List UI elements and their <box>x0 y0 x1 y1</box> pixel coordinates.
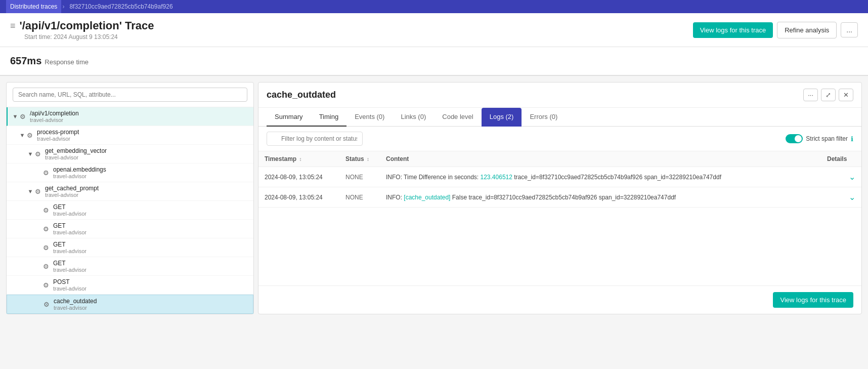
panel-close-button[interactable]: ✕ <box>839 89 853 101</box>
log-expand-2[interactable]: ⌄ <box>821 187 861 208</box>
tree-container: ▼ ⚙ /api/v1/completion travel-advisor ▼ … <box>7 107 253 314</box>
left-panel: ▼ ⚙ /api/v1/completion travel-advisor ▼ … <box>6 82 254 314</box>
breadcrumb-distributed-traces[interactable]: Distributed traces <box>6 0 61 13</box>
tree-item-get-3[interactable]: ⚙ GET travel-advisor <box>7 238 253 257</box>
tab-timing[interactable]: Timing <box>311 108 347 127</box>
log-table-container: Timestamp ↕ Status ↕ Content Details 202… <box>258 151 861 285</box>
panel-title: cache_outdated <box>267 90 336 100</box>
tab-errors[interactable]: Errors (0) <box>522 108 566 127</box>
tree-item-get-embedding-vector[interactable]: ▼ ⚙ get_embedding_vector travel-advisor <box>7 145 253 163</box>
col-status: Status ↕ <box>339 151 380 167</box>
sort-icon[interactable]: ↕ <box>367 156 369 162</box>
breadcrumb-hash[interactable]: 8f32710cc9aed72825cb5cb74b9af926 <box>65 0 177 13</box>
page-header: ≡ '/api/v1/completion' Trace Start time:… <box>0 13 868 47</box>
log-content-2: INFO: [cache_outdated] False trace_id=8f… <box>380 187 821 208</box>
expand-button-1[interactable]: ⌄ <box>849 172 855 182</box>
tab-links[interactable]: Links (0) <box>393 108 434 127</box>
tree-labels: GET travel-advisor <box>53 203 86 217</box>
breadcrumb-arrow: › <box>62 3 64 10</box>
search-box <box>7 83 253 107</box>
gear-icon: ⚙ <box>26 131 34 139</box>
tree-item-post[interactable]: ⚙ POST travel-advisor <box>7 276 253 295</box>
tree-labels: get_cached_prompt travel-advisor <box>45 185 99 198</box>
tree-toggle[interactable]: ▼ <box>12 113 19 119</box>
stat-value: 657ms <box>10 55 41 67</box>
toggle-knob <box>795 135 802 142</box>
tree-item-cache-outdated[interactable]: ⚙ cache_outdated travel-advisor <box>7 295 253 314</box>
panel-more-button[interactable]: ··· <box>803 89 818 101</box>
stats-bar: 657ms Response time <box>0 47 868 76</box>
tree-item-process-prompt[interactable]: ▼ ⚙ process-prompt travel-advisor <box>7 126 253 145</box>
col-timestamp: Timestamp ↕ <box>258 151 339 167</box>
filter-input[interactable] <box>267 132 363 146</box>
log-content-1: INFO: Time Difference in seconds: 123.40… <box>380 167 821 187</box>
log-status-2: NONE <box>339 187 380 208</box>
more-options-button[interactable]: ... <box>841 22 858 37</box>
panel-actions: ··· ⤢ ✕ <box>803 89 853 101</box>
view-logs-button[interactable]: View logs for this trace <box>693 22 773 38</box>
strict-filter-label: Strict span filter <box>806 135 848 142</box>
footer-view-logs-button[interactable]: View logs for this trace <box>773 292 853 308</box>
top-navigation: Distributed traces › 8f32710cc9aed72825c… <box>0 0 868 13</box>
gear-icon: ⚙ <box>42 225 50 233</box>
search-input[interactable] <box>13 88 247 102</box>
table-header-row: Timestamp ↕ Status ↕ Content Details <box>258 151 861 167</box>
log-expand-1[interactable]: ⌄ <box>821 167 861 187</box>
tabs: Summary Timing Events (0) Links (0) Code… <box>258 108 861 127</box>
log-timestamp-1: 2024-08-09, 13:05:24 <box>258 167 339 187</box>
response-time-stat: 657ms Response time <box>10 55 858 67</box>
tree-labels: GET travel-advisor <box>53 222 86 235</box>
page-subtitle: Start time: 2024 August 9 13:05:24 <box>24 33 154 40</box>
tree-labels: /api/v1/completion travel-advisor <box>30 110 79 123</box>
stat-label: Response time <box>45 58 89 66</box>
filter-row: ▽ Strict span filter ℹ <box>258 127 861 151</box>
gear-icon: ⚙ <box>42 300 51 308</box>
tree-toggle[interactable]: ▼ <box>19 132 26 138</box>
strict-filter-switch[interactable] <box>786 134 803 143</box>
header-actions: View logs for this trace Refine analysis… <box>693 22 858 38</box>
header-left: ≡ '/api/v1/completion' Trace Start time:… <box>10 19 154 40</box>
filter-input-wrapper: ▽ <box>267 132 780 146</box>
tab-code-level[interactable]: Code level <box>434 108 481 127</box>
tree-toggle[interactable]: ▼ <box>27 151 34 157</box>
main-content: ▼ ⚙ /api/v1/completion travel-advisor ▼ … <box>6 82 862 314</box>
sort-icon[interactable]: ↕ <box>299 156 301 162</box>
table-row: 2024-08-09, 13:05:24 NONE INFO: Time Dif… <box>258 167 861 187</box>
gear-icon: ⚙ <box>34 150 42 158</box>
right-panel: cache_outdated ··· ⤢ ✕ Summary Timing Ev… <box>258 82 862 314</box>
tree-toggle[interactable]: ▼ <box>27 188 34 194</box>
tree-labels: GET travel-advisor <box>53 241 86 254</box>
panel-header: cache_outdated ··· ⤢ ✕ <box>258 83 861 108</box>
tree-item-get-4[interactable]: ⚙ GET travel-advisor <box>7 257 253 276</box>
tree-labels: POST travel-advisor <box>53 278 86 292</box>
title-icon: ≡ <box>10 21 16 31</box>
panel-footer: View logs for this trace <box>258 285 861 314</box>
tree-item-get-1[interactable]: ⚙ GET travel-advisor <box>7 201 253 220</box>
col-details: Details <box>821 151 861 167</box>
page-title: ≡ '/api/v1/completion' Trace <box>10 19 154 32</box>
tree-labels: openai.embeddings travel-advisor <box>53 166 106 179</box>
log-table: Timestamp ↕ Status ↕ Content Details 202… <box>258 151 861 208</box>
log-status-1: NONE <box>339 167 380 187</box>
tree-labels: get_embedding_vector travel-advisor <box>45 147 107 160</box>
col-content: Content <box>380 151 821 167</box>
tree-item-get-2[interactable]: ⚙ GET travel-advisor <box>7 220 253 238</box>
expand-button-2[interactable]: ⌄ <box>849 192 855 202</box>
strict-filter-toggle: Strict span filter ℹ <box>786 134 853 143</box>
tree-item-api-completion[interactable]: ▼ ⚙ /api/v1/completion travel-advisor <box>7 107 253 126</box>
gear-icon: ⚙ <box>42 281 50 289</box>
tree-item-get-cached-prompt[interactable]: ▼ ⚙ get_cached_prompt travel-advisor <box>7 182 253 201</box>
gear-icon: ⚙ <box>19 112 27 120</box>
info-icon[interactable]: ℹ <box>851 135 853 143</box>
gear-icon: ⚙ <box>34 187 42 195</box>
gear-icon: ⚙ <box>42 243 50 252</box>
tree-item-openai-embeddings[interactable]: ⚙ openai.embeddings travel-advisor <box>7 163 253 182</box>
tree-labels: process-prompt travel-advisor <box>37 129 79 142</box>
refine-analysis-button[interactable]: Refine analysis <box>777 22 837 38</box>
tab-logs[interactable]: Logs (2) <box>482 108 522 127</box>
tab-events[interactable]: Events (0) <box>346 108 393 127</box>
tree-labels: cache_outdated travel-advisor <box>54 298 97 311</box>
gear-icon: ⚙ <box>42 169 50 177</box>
panel-expand-button[interactable]: ⤢ <box>821 89 836 101</box>
tab-summary[interactable]: Summary <box>267 108 311 127</box>
